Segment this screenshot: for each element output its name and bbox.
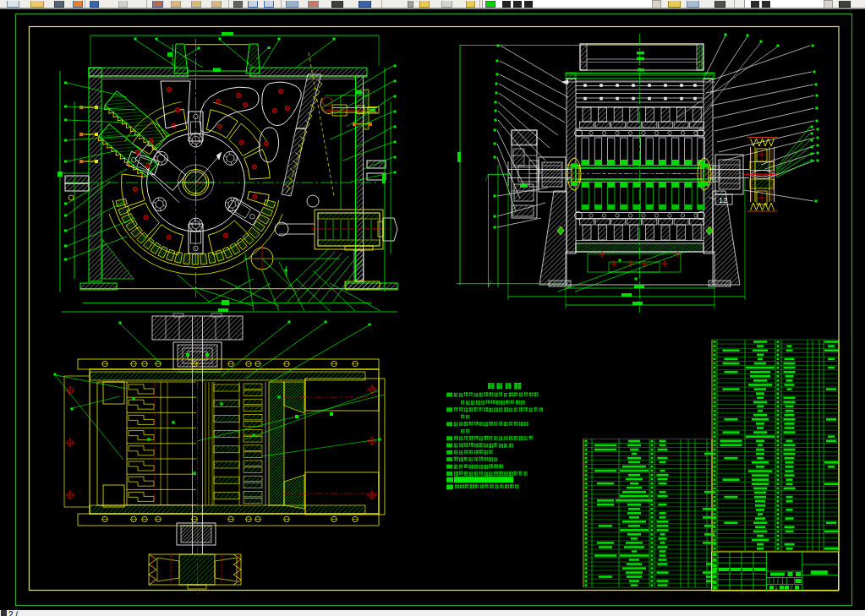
svg-text:12: 12 [719, 196, 727, 204]
svg-text:1: 1 [775, 585, 778, 591]
svg-text:7: 7 [790, 585, 793, 591]
